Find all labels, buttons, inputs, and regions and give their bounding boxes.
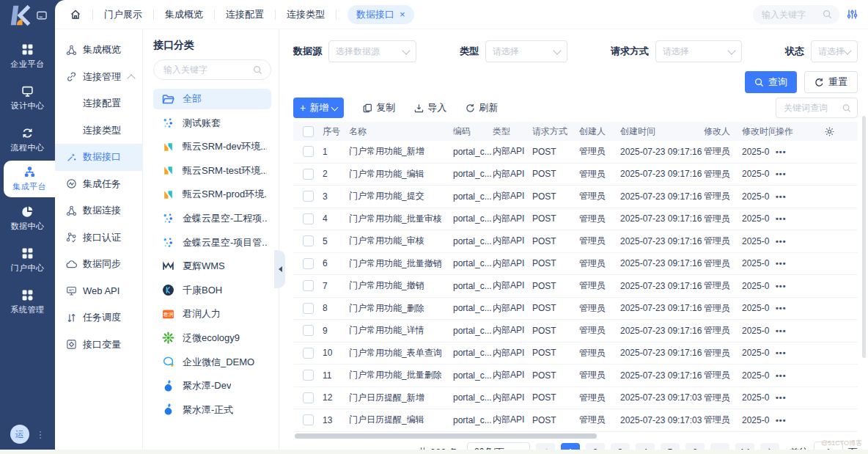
global-search-input[interactable]: [760, 9, 822, 21]
row-more-actions-icon[interactable]: •••: [776, 326, 787, 335]
row-more-actions-icon[interactable]: •••: [776, 259, 787, 268]
table-row[interactable]: 5 门户常用功能_审核 portal_c... 内部API POST 管理员 2…: [293, 230, 858, 253]
query-button[interactable]: 查询: [745, 71, 797, 93]
topbar-tab[interactable]: 门户展示: [104, 8, 142, 21]
row-more-actions-icon[interactable]: •••: [776, 393, 787, 402]
row-checkbox[interactable]: [303, 280, 314, 291]
row-more-actions-icon[interactable]: •••: [776, 214, 787, 223]
cell-name[interactable]: 门户常用功能_批量审核: [349, 213, 453, 225]
row-more-actions-icon[interactable]: •••: [776, 169, 787, 178]
category-item[interactable]: 夏辉WMS: [153, 256, 271, 277]
filter-sliders-icon[interactable]: [847, 9, 858, 20]
app-sidebar-item[interactable]: 数据中心: [0, 197, 55, 239]
nav-item[interactable]: 连接管理: [55, 64, 142, 91]
table-row[interactable]: 7 门户常用功能_撤销 portal_c... 内部API POST 管理员 2…: [293, 275, 858, 298]
nav-item[interactable]: 数据同步: [55, 251, 142, 278]
cell-name[interactable]: 门户常用功能_批量删除: [349, 369, 453, 381]
category-item[interactable]: 全部: [153, 89, 271, 109]
horizontal-scrollbar-thumb[interactable]: [295, 433, 597, 439]
category-item[interactable]: 聚水潭-正式: [153, 400, 271, 420]
row-checkbox[interactable]: [303, 303, 314, 314]
category-item[interactable]: 金蝶云星空-工程项...: [153, 208, 271, 229]
cell-name[interactable]: 门户常用功能_编辑: [349, 168, 453, 180]
cell-name[interactable]: 门户常用功能_表单查询: [349, 347, 453, 359]
refresh-button[interactable]: 刷新: [466, 101, 498, 114]
row-checkbox[interactable]: [303, 213, 314, 224]
reset-button[interactable]: 重置: [804, 71, 858, 93]
cell-name[interactable]: 门户常用功能_提交: [349, 190, 453, 202]
category-item[interactable]: 聚水潭-Dev: [153, 376, 271, 396]
table-row[interactable]: 10 门户常用功能_表单查询 portal_c... 内部API POST 管理…: [293, 343, 858, 365]
keyword-search-input[interactable]: [782, 102, 842, 114]
select-all-checkbox[interactable]: [303, 126, 314, 137]
copy-button[interactable]: 复制: [363, 101, 395, 114]
row-checkbox[interactable]: [303, 325, 314, 336]
category-item[interactable]: 君润 君润人力: [153, 304, 271, 324]
category-item[interactable]: 泛微ecology9: [153, 328, 271, 348]
filter-select[interactable]: 请选择: [485, 40, 567, 62]
row-more-actions-icon[interactable]: •••: [776, 416, 787, 425]
cell-name[interactable]: 门户日历提醒_编辑: [349, 414, 453, 426]
cell-name[interactable]: 门户常用功能_撤销: [349, 279, 453, 292]
app-sidebar-item[interactable]: 流程中心: [0, 119, 55, 161]
category-item[interactable]: 测试账套: [153, 113, 271, 133]
home-icon[interactable]: [70, 9, 81, 21]
table-row[interactable]: 4 门户常用功能_批量审核 portal_c... 内部API POST 管理员…: [293, 208, 858, 231]
row-checkbox[interactable]: [303, 235, 314, 246]
row-checkbox[interactable]: [303, 392, 314, 403]
topbar-tab[interactable]: 集成概览: [165, 8, 203, 21]
row-checkbox[interactable]: [303, 169, 314, 180]
nav-item[interactable]: 集成任务: [55, 171, 142, 198]
category-item[interactable]: 企业微信_DEMO: [153, 352, 271, 373]
column-settings-gear-icon[interactable]: [824, 126, 835, 137]
table-row[interactable]: 2 门户常用功能_编辑 portal_c... 内部API POST 管理员 2…: [293, 164, 858, 186]
app-sidebar-item[interactable]: 门户中心: [0, 239, 55, 281]
cell-name[interactable]: 门户常用功能_审核: [349, 235, 453, 247]
category-item[interactable]: 甄云SRM-dev环境...: [153, 136, 271, 157]
row-more-actions-icon[interactable]: •••: [776, 348, 787, 357]
nav-item[interactable]: API Web API: [55, 278, 142, 305]
table-row[interactable]: 8 门户常用功能_删除 portal_c... 内部API POST 管理员 2…: [293, 298, 858, 321]
row-more-actions-icon[interactable]: •••: [776, 192, 787, 201]
cell-name[interactable]: 门户常用功能_详情: [349, 324, 453, 337]
table-row[interactable]: 3 门户常用功能_提交 portal_c... 内部API POST 管理员 2…: [293, 186, 858, 208]
app-sidebar-item[interactable]: 集成平台: [4, 161, 55, 197]
nav-item[interactable]: 集成概览: [55, 37, 142, 64]
table-row[interactable]: 1 门户常用功能_新增 portal_c... 内部API POST 管理员 2…: [293, 141, 858, 164]
table-row[interactable]: 9 门户常用功能_详情 portal_c... 内部API POST 管理员 2…: [293, 320, 858, 343]
row-more-actions-icon[interactable]: •••: [776, 147, 787, 156]
nav-item[interactable]: 接口认证: [55, 224, 142, 252]
cell-name[interactable]: 门户常用功能_新增: [349, 145, 453, 158]
category-search-input[interactable]: [162, 64, 238, 76]
row-checkbox[interactable]: [303, 258, 314, 269]
tab-close-icon[interactable]: ×: [400, 10, 405, 19]
row-more-actions-icon[interactable]: •••: [776, 304, 787, 312]
topbar-tab-active[interactable]: 数据接口 ×: [347, 5, 414, 24]
app-logo[interactable]: [0, 0, 55, 31]
app-sidebar-item[interactable]: 企业平台: [0, 35, 55, 77]
category-item[interactable]: 甄云SRM-test环境...: [153, 161, 271, 181]
filter-select[interactable]: 请选择: [811, 40, 858, 62]
avatar[interactable]: 运: [10, 425, 29, 444]
row-more-actions-icon[interactable]: •••: [776, 237, 787, 246]
cell-name[interactable]: 门户常用功能_批量撤销: [349, 257, 453, 270]
filter-select[interactable]: 选择数据源: [328, 40, 416, 62]
cell-name[interactable]: 门户日历提醒_新增: [349, 392, 453, 404]
app-sidebar-item[interactable]: 设计中心: [0, 77, 55, 119]
row-more-actions-icon[interactable]: •••: [776, 371, 787, 380]
nav-item[interactable]: 数据连接: [55, 197, 142, 224]
row-more-actions-icon[interactable]: •••: [776, 282, 787, 290]
table-row[interactable]: 13 门户日历提醒_编辑 portal_c... 内部API POST 管理员 …: [293, 409, 858, 432]
nav-item[interactable]: 连接配置: [55, 90, 142, 117]
row-checkbox[interactable]: [303, 414, 314, 425]
cell-name[interactable]: 门户常用功能_删除: [349, 302, 453, 315]
row-checkbox[interactable]: [303, 348, 314, 359]
row-checkbox[interactable]: [303, 191, 314, 202]
nav-item[interactable]: 连接类型: [55, 117, 142, 144]
nav-item[interactable]: 数据接口: [55, 144, 142, 171]
row-checkbox[interactable]: [303, 370, 314, 381]
topbar-tab[interactable]: 连接类型: [287, 8, 325, 21]
filter-select[interactable]: 请选择: [655, 40, 742, 62]
app-sidebar-item[interactable]: 系统管理: [0, 281, 55, 323]
vertical-scrollbar-thumb[interactable]: [862, 116, 866, 358]
